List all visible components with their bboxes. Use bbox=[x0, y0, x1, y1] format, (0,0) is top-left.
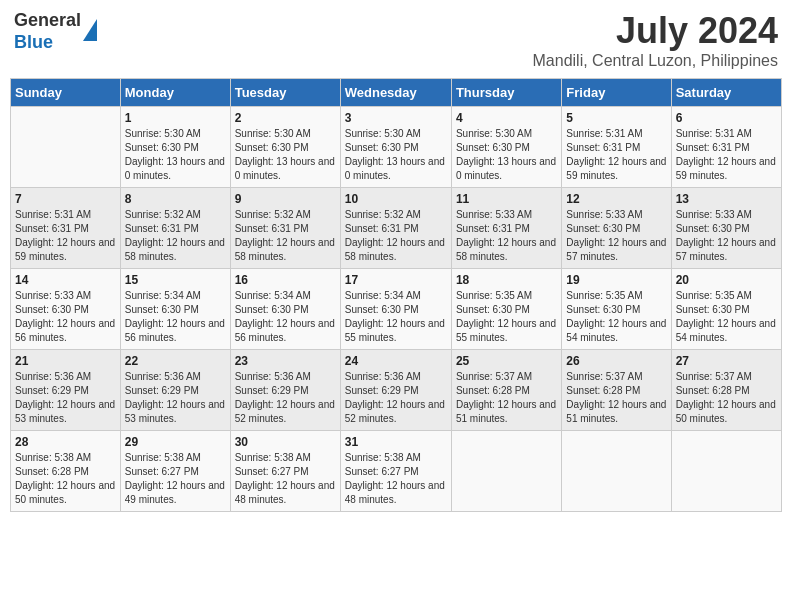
calendar-cell: 8Sunrise: 5:32 AMSunset: 6:31 PMDaylight… bbox=[120, 188, 230, 269]
day-info: Sunrise: 5:35 AMSunset: 6:30 PMDaylight:… bbox=[676, 289, 777, 345]
location-title: Mandili, Central Luzon, Philippines bbox=[533, 52, 778, 70]
calendar-cell: 10Sunrise: 5:32 AMSunset: 6:31 PMDayligh… bbox=[340, 188, 451, 269]
day-number: 6 bbox=[676, 111, 777, 125]
day-number: 21 bbox=[15, 354, 116, 368]
calendar-cell: 23Sunrise: 5:36 AMSunset: 6:29 PMDayligh… bbox=[230, 350, 340, 431]
day-number: 2 bbox=[235, 111, 336, 125]
calendar-cell bbox=[11, 107, 121, 188]
day-number: 5 bbox=[566, 111, 666, 125]
calendar-cell: 11Sunrise: 5:33 AMSunset: 6:31 PMDayligh… bbox=[451, 188, 561, 269]
calendar-cell: 26Sunrise: 5:37 AMSunset: 6:28 PMDayligh… bbox=[562, 350, 671, 431]
calendar-cell bbox=[671, 431, 781, 512]
day-number: 25 bbox=[456, 354, 557, 368]
day-number: 18 bbox=[456, 273, 557, 287]
day-info: Sunrise: 5:34 AMSunset: 6:30 PMDaylight:… bbox=[125, 289, 226, 345]
title-section: July 2024 Mandili, Central Luzon, Philip… bbox=[533, 10, 778, 70]
day-number: 4 bbox=[456, 111, 557, 125]
page-header: General Blue July 2024 Mandili, Central … bbox=[10, 10, 782, 70]
day-number: 31 bbox=[345, 435, 447, 449]
calendar-cell: 31Sunrise: 5:38 AMSunset: 6:27 PMDayligh… bbox=[340, 431, 451, 512]
calendar-week-row: 21Sunrise: 5:36 AMSunset: 6:29 PMDayligh… bbox=[11, 350, 782, 431]
day-info: Sunrise: 5:33 AMSunset: 6:30 PMDaylight:… bbox=[566, 208, 666, 264]
logo-general-text: General bbox=[14, 10, 81, 30]
day-info: Sunrise: 5:31 AMSunset: 6:31 PMDaylight:… bbox=[676, 127, 777, 183]
calendar-header-thursday: Thursday bbox=[451, 79, 561, 107]
day-info: Sunrise: 5:33 AMSunset: 6:31 PMDaylight:… bbox=[456, 208, 557, 264]
day-info: Sunrise: 5:35 AMSunset: 6:30 PMDaylight:… bbox=[566, 289, 666, 345]
day-info: Sunrise: 5:38 AMSunset: 6:27 PMDaylight:… bbox=[345, 451, 447, 507]
calendar-cell: 18Sunrise: 5:35 AMSunset: 6:30 PMDayligh… bbox=[451, 269, 561, 350]
day-info: Sunrise: 5:36 AMSunset: 6:29 PMDaylight:… bbox=[125, 370, 226, 426]
calendar-cell: 29Sunrise: 5:38 AMSunset: 6:27 PMDayligh… bbox=[120, 431, 230, 512]
calendar-header-wednesday: Wednesday bbox=[340, 79, 451, 107]
day-info: Sunrise: 5:34 AMSunset: 6:30 PMDaylight:… bbox=[345, 289, 447, 345]
day-info: Sunrise: 5:35 AMSunset: 6:30 PMDaylight:… bbox=[456, 289, 557, 345]
day-number: 15 bbox=[125, 273, 226, 287]
day-number: 9 bbox=[235, 192, 336, 206]
day-number: 11 bbox=[456, 192, 557, 206]
calendar-cell: 20Sunrise: 5:35 AMSunset: 6:30 PMDayligh… bbox=[671, 269, 781, 350]
calendar-cell: 2Sunrise: 5:30 AMSunset: 6:30 PMDaylight… bbox=[230, 107, 340, 188]
day-number: 10 bbox=[345, 192, 447, 206]
day-info: Sunrise: 5:30 AMSunset: 6:30 PMDaylight:… bbox=[456, 127, 557, 183]
day-info: Sunrise: 5:34 AMSunset: 6:30 PMDaylight:… bbox=[235, 289, 336, 345]
day-info: Sunrise: 5:30 AMSunset: 6:30 PMDaylight:… bbox=[125, 127, 226, 183]
day-number: 3 bbox=[345, 111, 447, 125]
day-number: 13 bbox=[676, 192, 777, 206]
day-info: Sunrise: 5:30 AMSunset: 6:30 PMDaylight:… bbox=[235, 127, 336, 183]
calendar-cell: 27Sunrise: 5:37 AMSunset: 6:28 PMDayligh… bbox=[671, 350, 781, 431]
day-info: Sunrise: 5:33 AMSunset: 6:30 PMDaylight:… bbox=[676, 208, 777, 264]
calendar-cell: 14Sunrise: 5:33 AMSunset: 6:30 PMDayligh… bbox=[11, 269, 121, 350]
calendar-header-friday: Friday bbox=[562, 79, 671, 107]
day-info: Sunrise: 5:38 AMSunset: 6:27 PMDaylight:… bbox=[235, 451, 336, 507]
calendar-cell: 25Sunrise: 5:37 AMSunset: 6:28 PMDayligh… bbox=[451, 350, 561, 431]
day-info: Sunrise: 5:32 AMSunset: 6:31 PMDaylight:… bbox=[235, 208, 336, 264]
calendar-cell: 12Sunrise: 5:33 AMSunset: 6:30 PMDayligh… bbox=[562, 188, 671, 269]
day-number: 22 bbox=[125, 354, 226, 368]
calendar-week-row: 1Sunrise: 5:30 AMSunset: 6:30 PMDaylight… bbox=[11, 107, 782, 188]
calendar-cell: 4Sunrise: 5:30 AMSunset: 6:30 PMDaylight… bbox=[451, 107, 561, 188]
calendar-cell bbox=[562, 431, 671, 512]
calendar-cell: 22Sunrise: 5:36 AMSunset: 6:29 PMDayligh… bbox=[120, 350, 230, 431]
day-info: Sunrise: 5:37 AMSunset: 6:28 PMDaylight:… bbox=[456, 370, 557, 426]
month-title: July 2024 bbox=[533, 10, 778, 52]
calendar-header-monday: Monday bbox=[120, 79, 230, 107]
calendar-cell: 13Sunrise: 5:33 AMSunset: 6:30 PMDayligh… bbox=[671, 188, 781, 269]
calendar-cell: 24Sunrise: 5:36 AMSunset: 6:29 PMDayligh… bbox=[340, 350, 451, 431]
logo: General Blue bbox=[14, 10, 97, 53]
calendar-cell: 15Sunrise: 5:34 AMSunset: 6:30 PMDayligh… bbox=[120, 269, 230, 350]
calendar-table: SundayMondayTuesdayWednesdayThursdayFrid… bbox=[10, 78, 782, 512]
calendar-week-row: 7Sunrise: 5:31 AMSunset: 6:31 PMDaylight… bbox=[11, 188, 782, 269]
calendar-cell: 16Sunrise: 5:34 AMSunset: 6:30 PMDayligh… bbox=[230, 269, 340, 350]
day-number: 19 bbox=[566, 273, 666, 287]
calendar-cell: 30Sunrise: 5:38 AMSunset: 6:27 PMDayligh… bbox=[230, 431, 340, 512]
day-number: 23 bbox=[235, 354, 336, 368]
logo-blue-text: Blue bbox=[14, 32, 53, 52]
day-info: Sunrise: 5:30 AMSunset: 6:30 PMDaylight:… bbox=[345, 127, 447, 183]
day-number: 29 bbox=[125, 435, 226, 449]
calendar-cell: 19Sunrise: 5:35 AMSunset: 6:30 PMDayligh… bbox=[562, 269, 671, 350]
day-number: 7 bbox=[15, 192, 116, 206]
day-number: 26 bbox=[566, 354, 666, 368]
day-info: Sunrise: 5:38 AMSunset: 6:27 PMDaylight:… bbox=[125, 451, 226, 507]
logo-icon bbox=[83, 19, 97, 41]
calendar-header-sunday: Sunday bbox=[11, 79, 121, 107]
calendar-header-tuesday: Tuesday bbox=[230, 79, 340, 107]
day-number: 28 bbox=[15, 435, 116, 449]
day-number: 1 bbox=[125, 111, 226, 125]
day-info: Sunrise: 5:37 AMSunset: 6:28 PMDaylight:… bbox=[566, 370, 666, 426]
calendar-cell: 21Sunrise: 5:36 AMSunset: 6:29 PMDayligh… bbox=[11, 350, 121, 431]
calendar-header-saturday: Saturday bbox=[671, 79, 781, 107]
calendar-week-row: 28Sunrise: 5:38 AMSunset: 6:28 PMDayligh… bbox=[11, 431, 782, 512]
calendar-cell: 17Sunrise: 5:34 AMSunset: 6:30 PMDayligh… bbox=[340, 269, 451, 350]
day-number: 30 bbox=[235, 435, 336, 449]
day-info: Sunrise: 5:38 AMSunset: 6:28 PMDaylight:… bbox=[15, 451, 116, 507]
day-number: 17 bbox=[345, 273, 447, 287]
calendar-week-row: 14Sunrise: 5:33 AMSunset: 6:30 PMDayligh… bbox=[11, 269, 782, 350]
day-info: Sunrise: 5:36 AMSunset: 6:29 PMDaylight:… bbox=[15, 370, 116, 426]
day-info: Sunrise: 5:33 AMSunset: 6:30 PMDaylight:… bbox=[15, 289, 116, 345]
day-number: 16 bbox=[235, 273, 336, 287]
day-info: Sunrise: 5:32 AMSunset: 6:31 PMDaylight:… bbox=[125, 208, 226, 264]
day-info: Sunrise: 5:32 AMSunset: 6:31 PMDaylight:… bbox=[345, 208, 447, 264]
day-info: Sunrise: 5:36 AMSunset: 6:29 PMDaylight:… bbox=[345, 370, 447, 426]
